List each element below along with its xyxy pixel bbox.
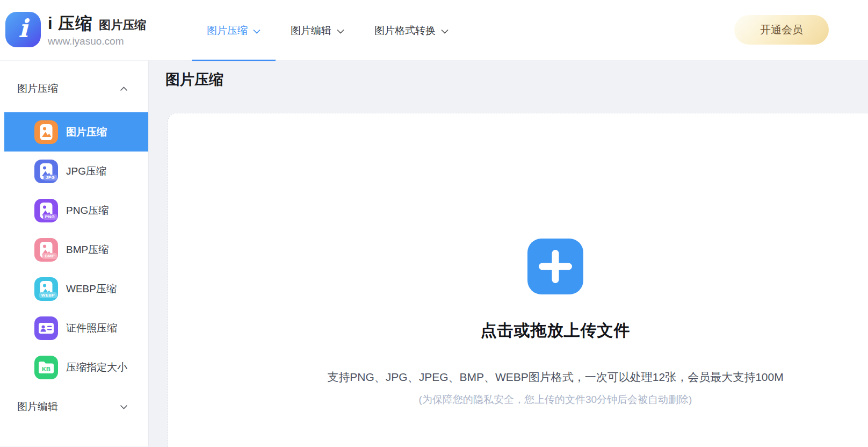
nav-tab-image-edit[interactable]: 图片编辑	[276, 0, 359, 61]
svg-text:KB: KB	[42, 365, 50, 372]
upload-privacy-note: (为保障您的隐私安全，您上传的文件30分钟后会被自动删除)	[168, 393, 868, 407]
upload-description: 支持PNG、JPG、JPEG、BMP、WEBP图片格式，一次可以处理12张，会员…	[168, 370, 868, 385]
brand-tagline: 图片压缩	[99, 17, 146, 33]
sidebar-item-png-compress[interactable]: PNG PNG压缩	[4, 191, 148, 230]
sidebar-item-image-compress[interactable]: 图片压缩	[4, 112, 148, 152]
sidebar-item-kb-size-compress[interactable]: KB 压缩指定大小	[4, 348, 148, 387]
main-content: 图片压缩 点击或拖放上传文件 支持PNG、JPG、JPEG、BMP、WEBP图片…	[149, 61, 868, 446]
chevron-down-icon	[120, 405, 128, 409]
chevron-down-icon	[253, 29, 261, 34]
sidebar: 图片压缩 图片压缩 JPG JPG压缩	[0, 61, 149, 446]
sidebar-item-jpg-compress[interactable]: JPG JPG压缩	[4, 152, 148, 191]
chevron-down-icon	[337, 29, 344, 34]
sidebar-item-id-photo-compress[interactable]: 证件照压缩	[4, 308, 148, 348]
page-title: 图片压缩	[165, 70, 223, 89]
sidebar-section-image-edit[interactable]: 图片编辑	[17, 399, 128, 415]
sidebar-item-list: 图片压缩 JPG JPG压缩 PNG PNG压缩	[0, 112, 148, 387]
bmp-compress-icon: BMP	[34, 238, 58, 262]
plus-upload-button[interactable]	[527, 239, 583, 294]
nav-tab-format-convert[interactable]: 图片格式转换	[359, 0, 464, 61]
header: i i 压缩 图片压缩 www.iyasuo.com 图片压缩 图片编辑 图片格…	[0, 0, 868, 61]
brand-name: i 压缩	[48, 12, 92, 35]
open-vip-button[interactable]: 开通会员	[734, 15, 829, 45]
webp-compress-icon: WEBP	[34, 277, 58, 301]
id-photo-compress-icon	[34, 316, 58, 340]
kb-size-compress-icon: KB	[34, 356, 58, 379]
sidebar-item-webp-compress[interactable]: WEBP WEBP压缩	[4, 269, 148, 308]
chevron-up-icon	[120, 86, 128, 91]
image-compress-icon	[34, 120, 58, 144]
sidebar-section-image-compress[interactable]: 图片压缩	[17, 81, 128, 97]
jpg-compress-icon: JPG	[34, 160, 58, 183]
logo-text-block: i 压缩 图片压缩 www.iyasuo.com	[48, 12, 146, 47]
sidebar-item-bmp-compress[interactable]: BMP BMP压缩	[4, 230, 148, 269]
main-nav: 图片压缩 图片编辑 图片格式转换	[192, 0, 464, 61]
png-compress-icon: PNG	[34, 199, 58, 222]
site-logo[interactable]: i i 压缩 图片压缩 www.iyasuo.com	[5, 12, 146, 47]
brand-domain: www.iyasuo.com	[48, 35, 146, 47]
upload-dropzone[interactable]: 点击或拖放上传文件 支持PNG、JPG、JPEG、BMP、WEBP图片格式，一次…	[168, 113, 868, 447]
chevron-down-icon	[441, 29, 449, 34]
logo-i-icon: i	[5, 12, 41, 47]
upload-title: 点击或拖放上传文件	[168, 320, 868, 342]
nav-tab-image-compress[interactable]: 图片压缩	[192, 0, 276, 61]
